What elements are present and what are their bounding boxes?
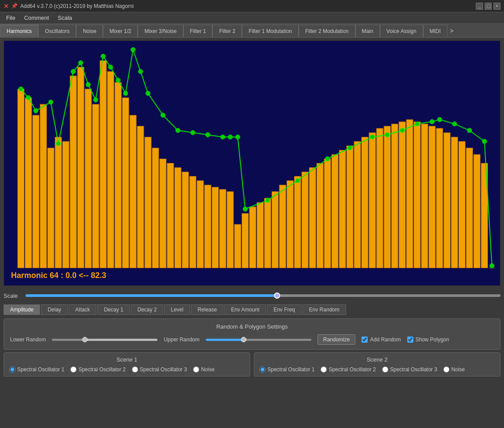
tab-mixer12[interactable]: Mixer 1/2 [103,25,138,37]
show-polygon-checkbox[interactable] [407,337,413,343]
tab-voiceassign[interactable]: Voice Assign [380,25,423,37]
tab-harmonics[interactable]: Harmonics [0,25,38,37]
tab-filter2mod[interactable]: Filter 2 Modulation [299,25,355,37]
harmonic-label: Harmonic 64 : 0.0 <-- 82.3 [11,271,106,280]
pin-icon: 📌 [11,3,18,9]
scene2-spectral-osc1[interactable]: Spectral Oscillator 1 [259,366,314,373]
scale-row: Scale [0,289,504,303]
close-button[interactable]: × [493,3,500,10]
lower-random-label: Lower Random [10,337,46,343]
titlebar-title: Add64 v.3.7.0 (c)2011-2019 by Matthias N… [20,3,134,9]
scene2-panel: Scene 2 Spectral Oscillator 1 Spectral O… [254,352,500,377]
scene1-panel: Scene 1 Spectral Oscillator 1 Spectral O… [4,352,250,377]
harmonic-chart[interactable]: Harmonic 64 : 0.0 <-- 82.3 [4,40,500,286]
scene1-radio-osc3[interactable] [132,366,138,373]
scene1-noise[interactable]: Noise [193,366,215,373]
scene1-spectral-osc3[interactable]: Spectral Oscillator 3 [132,366,187,373]
menubar: File Comment Scala [0,12,504,24]
random-polygon-panel: Random & Polygon Settings Lower Random U… [4,318,500,350]
env-tab-attack[interactable]: Attack [69,304,96,315]
env-tab-envfreq[interactable]: Env Freq [267,304,302,315]
scene1-spectral-osc1[interactable]: Spectral Oscillator 1 [9,366,64,373]
upper-random-slider[interactable] [206,339,311,341]
upper-random-label: Upper Random [164,337,199,343]
app-icon: ✕ [4,3,9,10]
env-tab-delay[interactable]: Delay [41,304,68,315]
scene2-radio-noise[interactable] [443,366,449,373]
add-random-label: Add Random [370,337,401,343]
scene2-options: Spectral Oscillator 1 Spectral Oscillato… [259,366,495,373]
env-tab-envamount[interactable]: Env Amount [224,304,266,315]
env-tab-amplitude[interactable]: Amplitude [4,304,40,315]
show-polygon-group[interactable]: Show Polygon [407,337,449,343]
tabs-row: Harmonics Oscillators Noise Mixer 1/2 Mi… [0,24,504,38]
scene2-spectral-osc3[interactable]: Spectral Oscillator 3 [382,366,437,373]
scene2-radio-osc1[interactable] [259,366,266,373]
lower-random-slider[interactable] [52,339,157,341]
scene2-spectral-osc2[interactable]: Spectral Oscillator 2 [321,366,376,373]
scene1-spectral-osc2[interactable]: Spectral Oscillator 2 [70,366,125,373]
env-tab-decay1[interactable]: Decay 1 [97,304,130,315]
env-tabs: Amplitude Delay Attack Decay 1 Decay 2 L… [0,303,504,317]
titlebar-left: ✕ 📌 Add64 v.3.7.0 (c)2011-2019 by Matthi… [4,3,134,10]
env-tab-level[interactable]: Level [164,304,190,315]
maximize-button[interactable]: ▢ [485,3,492,10]
tab-main[interactable]: Main [355,25,380,37]
env-tab-envrandom[interactable]: Env Random [303,304,346,315]
menu-comment[interactable]: Comment [20,14,53,22]
random-controls: Lower Random Upper Random Randomize Add … [10,334,494,345]
scene2-radio-osc2[interactable] [321,366,327,373]
scale-slider[interactable] [26,294,500,297]
scene2-radio-osc3[interactable] [382,366,388,373]
env-tab-decay2[interactable]: Decay 2 [131,304,163,315]
chart-canvas [4,41,500,285]
show-polygon-label: Show Polygon [416,337,449,343]
menu-scala[interactable]: Scala [53,14,77,22]
titlebar-controls: _ ▢ × [476,3,500,10]
scene2-noise[interactable]: Noise [443,366,465,373]
tab-oscillators[interactable]: Oscillators [38,25,76,37]
titlebar: ✕ 📌 Add64 v.3.7.0 (c)2011-2019 by Matthi… [0,0,504,12]
menu-file[interactable]: File [2,14,20,22]
scene1-options: Spectral Oscillator 1 Spectral Oscillato… [9,366,245,373]
tab-filter2[interactable]: Filter 2 [212,25,242,37]
scene1-radio-noise[interactable] [193,366,199,373]
scene1-radio-osc2[interactable] [70,366,77,373]
scene2-title: Scene 2 [259,356,495,363]
tab-scroll-right[interactable]: > [447,25,456,37]
tab-noise[interactable]: Noise [76,25,103,37]
scene1-radio-osc1[interactable] [9,366,15,373]
scene1-title: Scene 1 [9,356,245,363]
minimize-button[interactable]: _ [476,3,483,10]
env-tab-release[interactable]: Release [191,304,223,315]
add-random-checkbox[interactable] [362,337,368,343]
tab-mixer3noise[interactable]: Mixer 3/Noise [138,25,183,37]
tab-filter1mod[interactable]: Filter 1 Modulation [242,25,299,37]
tab-midi[interactable]: MIDI [423,25,447,37]
add-random-group[interactable]: Add Random [362,337,401,343]
randomize-button[interactable]: Randomize [318,334,356,345]
tab-filter1[interactable]: Filter 1 [183,25,213,37]
random-panel-title: Random & Polygon Settings [10,323,494,330]
scale-label: Scale [4,293,21,299]
scenes-row: Scene 1 Spectral Oscillator 1 Spectral O… [4,352,500,377]
